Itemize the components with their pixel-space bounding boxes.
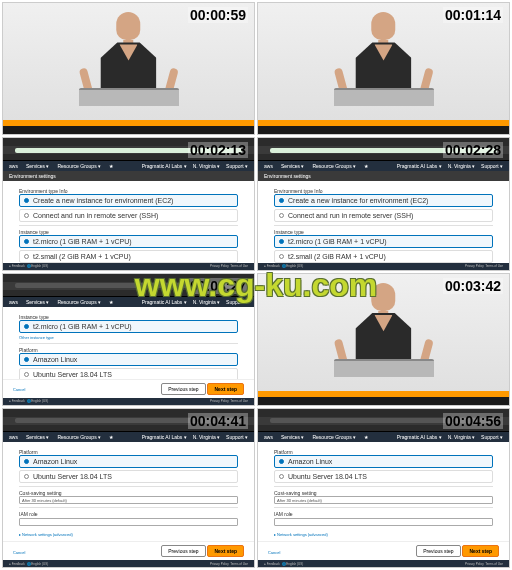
aws-nav: aws Services ▾ Resource Groups ▾ ★ Pragm… <box>3 432 254 442</box>
region-menu[interactable]: N. Virginia ▾ <box>448 163 475 169</box>
form-content: Instance type t2.micro (1 GiB RAM + 1 vC… <box>3 307 254 379</box>
region-menu[interactable]: N. Virginia ▾ <box>193 434 220 440</box>
platform-amazon-linux[interactable]: Amazon Linux <box>19 455 238 468</box>
next-step-button[interactable]: Next step <box>207 545 244 557</box>
services-menu[interactable]: Services ▾ <box>26 434 50 440</box>
resource-groups-menu[interactable]: Resource Groups ▾ <box>57 434 101 440</box>
form-content: Environment type Info Create a new insta… <box>3 181 254 262</box>
resource-groups-menu[interactable]: Resource Groups ▾ <box>57 299 101 305</box>
account-menu[interactable]: Pragmatic AI Labs ▾ <box>142 434 187 440</box>
terms-link[interactable]: Terms of Use <box>485 264 503 268</box>
resource-groups-menu[interactable]: Resource Groups ▾ <box>312 163 356 169</box>
env-opt-ec2[interactable]: Create a new instance for environment (E… <box>19 194 238 207</box>
resource-groups-menu[interactable]: Resource Groups ▾ <box>57 163 101 169</box>
language-selector[interactable]: 🌐 English (US) <box>282 562 304 566</box>
services-menu[interactable]: Services ▾ <box>26 163 50 169</box>
terms-link[interactable]: Terms of Use <box>230 562 248 566</box>
next-step-button[interactable]: Next step <box>462 545 499 557</box>
privacy-link[interactable]: Privacy Policy <box>210 399 229 403</box>
aws-logo[interactable]: aws <box>9 299 18 305</box>
region-menu[interactable]: N. Virginia ▾ <box>193 163 220 169</box>
pin-icon[interactable]: ★ <box>109 434 113 440</box>
region-menu[interactable]: N. Virginia ▾ <box>193 299 220 305</box>
prev-step-button[interactable]: Previous step <box>416 545 460 557</box>
next-step-button[interactable]: Next step <box>207 383 244 395</box>
terms-link[interactable]: Terms of Use <box>230 264 248 268</box>
wizard-nav: Cancel Previous step Next step <box>3 379 254 398</box>
network-settings-toggle[interactable]: ▸ Network settings (advanced) <box>19 532 238 537</box>
inst-micro[interactable]: t2.micro (1 GiB RAM + 1 vCPU) <box>274 235 493 248</box>
account-menu[interactable]: Pragmatic AI Labs ▾ <box>397 434 442 440</box>
services-menu[interactable]: Services ▾ <box>26 299 50 305</box>
feedback-link[interactable]: ● Feedback <box>264 264 280 268</box>
support-menu[interactable]: Support ▾ <box>226 434 248 440</box>
language-selector[interactable]: 🌐 English (US) <box>282 264 304 268</box>
aws-logo[interactable]: aws <box>9 163 18 169</box>
pin-icon[interactable]: ★ <box>364 163 368 169</box>
language-selector[interactable]: 🌐 English (US) <box>27 264 49 268</box>
cancel-link[interactable]: Cancel <box>13 387 25 392</box>
timestamp: 00:02:13 <box>188 142 248 158</box>
form-content: Platform Amazon Linux Ubuntu Server 18.0… <box>258 442 509 541</box>
platform-amazon-linux[interactable]: Amazon Linux <box>274 455 493 468</box>
env-opt-ssh[interactable]: Connect and run in remote server (SSH) <box>19 209 238 222</box>
feedback-link[interactable]: ● Feedback <box>9 399 25 403</box>
aws-nav: aws Services ▾ Resource Groups ▾ ★ Pragm… <box>3 161 254 171</box>
form-content: Environment type Info Create a new insta… <box>258 181 509 262</box>
inst-small[interactable]: t2.small (2 GiB RAM + 1 vCPU) <box>19 250 238 262</box>
platform-amazon-linux[interactable]: Amazon Linux <box>19 353 238 366</box>
cancel-link[interactable]: Cancel <box>268 550 280 555</box>
inst-small[interactable]: t2.small (2 GiB RAM + 1 vCPU) <box>274 250 493 262</box>
aws-logo[interactable]: aws <box>264 163 273 169</box>
iam-role-input[interactable] <box>19 518 238 526</box>
services-menu[interactable]: Services ▾ <box>281 434 305 440</box>
iam-role-label: IAM role <box>19 511 238 517</box>
support-menu[interactable]: Support ▾ <box>481 434 503 440</box>
support-menu[interactable]: Support ▾ <box>481 163 503 169</box>
feedback-link[interactable]: ● Feedback <box>264 562 280 566</box>
prev-step-button[interactable]: Previous step <box>161 545 205 557</box>
account-menu[interactable]: Pragmatic AI Labs ▾ <box>142 163 187 169</box>
platform-ubuntu[interactable]: Ubuntu Server 18.04 LTS <box>19 368 238 379</box>
resource-groups-menu[interactable]: Resource Groups ▾ <box>312 434 356 440</box>
privacy-link[interactable]: Privacy Policy <box>210 562 229 566</box>
frame-4: 00:02:28 aws Services ▾ Resource Groups … <box>257 137 510 270</box>
cancel-link[interactable]: Cancel <box>13 550 25 555</box>
aws-footer: ● Feedback 🌐 English (US) Privacy Policy… <box>3 398 254 405</box>
terms-link[interactable]: Terms of Use <box>230 399 248 403</box>
prev-step-button[interactable]: Previous step <box>161 383 205 395</box>
terms-link[interactable]: Terms of Use <box>485 562 503 566</box>
form-content: Platform Amazon Linux Ubuntu Server 18.0… <box>3 442 254 541</box>
account-menu[interactable]: Pragmatic AI Labs ▾ <box>142 299 187 305</box>
region-menu[interactable]: N. Virginia ▾ <box>448 434 475 440</box>
inst-micro[interactable]: t2.micro (1 GiB RAM + 1 vCPU) <box>19 320 238 333</box>
pin-icon[interactable]: ★ <box>109 163 113 169</box>
privacy-link[interactable]: Privacy Policy <box>465 264 484 268</box>
env-opt-ssh[interactable]: Connect and run in remote server (SSH) <box>274 209 493 222</box>
frame-1: 00:00:59 <box>2 2 255 135</box>
other-instance-link[interactable]: Other instance type <box>19 335 238 340</box>
privacy-link[interactable]: Privacy Policy <box>465 562 484 566</box>
env-opt-ec2[interactable]: Create a new instance for environment (E… <box>274 194 493 207</box>
feedback-link[interactable]: ● Feedback <box>9 562 25 566</box>
support-menu[interactable]: Support ▾ <box>226 163 248 169</box>
services-menu[interactable]: Services ▾ <box>281 163 305 169</box>
pin-icon[interactable]: ★ <box>364 434 368 440</box>
iam-role-input[interactable] <box>274 518 493 526</box>
platform-ubuntu[interactable]: Ubuntu Server 18.04 LTS <box>274 470 493 483</box>
language-selector[interactable]: 🌐 English (US) <box>27 399 49 403</box>
feedback-link[interactable]: ● Feedback <box>9 264 25 268</box>
platform-ubuntu[interactable]: Ubuntu Server 18.04 LTS <box>19 470 238 483</box>
network-settings-toggle[interactable]: ▸ Network settings (advanced) <box>274 532 493 537</box>
aws-logo[interactable]: aws <box>264 434 273 440</box>
language-selector[interactable]: 🌐 English (US) <box>27 562 49 566</box>
support-menu[interactable]: Support ▾ <box>226 299 248 305</box>
cost-saving-select[interactable] <box>19 496 238 504</box>
inst-micro[interactable]: t2.micro (1 GiB RAM + 1 vCPU) <box>19 235 238 248</box>
pin-icon[interactable]: ★ <box>109 299 113 305</box>
cost-saving-select[interactable] <box>274 496 493 504</box>
account-menu[interactable]: Pragmatic AI Labs ▾ <box>397 163 442 169</box>
privacy-link[interactable]: Privacy Policy <box>210 264 229 268</box>
laptop <box>334 359 434 377</box>
aws-logo[interactable]: aws <box>9 434 18 440</box>
